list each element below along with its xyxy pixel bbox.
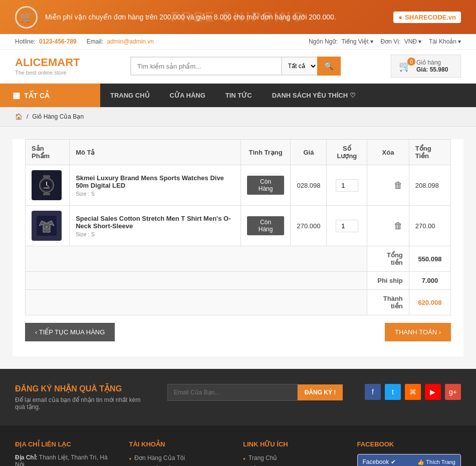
product-desc-cell: Special Sales Cotton Stretch Men T Shirt… xyxy=(70,206,241,246)
footer-col-links: LINK HỮU ÍCH Trang Chủ Cửa Hàng Tin Tức xyxy=(243,440,347,466)
breadcrumb-current: Giỏ Hàng Của Bạn xyxy=(32,113,84,120)
search-category-select[interactable]: Tất cả xyxy=(281,57,317,76)
product-delete-cell: 🗑 xyxy=(367,206,409,246)
footer-newsletter: ĐĂNG KÝ NHẬN QUÀ TẶNG Để lại email của b… xyxy=(0,369,476,425)
fb-header: Facebook ✔ 👍 Thích Trang xyxy=(358,454,461,466)
checkout-button[interactable]: THANH TOÁN › xyxy=(385,323,451,341)
fb-header-label: Facebook ✔ xyxy=(363,458,396,465)
twitter-social-icon[interactable]: t xyxy=(385,384,401,400)
total-value: 550.098 xyxy=(409,246,450,272)
link-home[interactable]: Trang Chủ xyxy=(249,454,278,461)
total-label: Tổng tiền xyxy=(367,246,409,272)
breadcrumb: 🏠 / Giỏ Hàng Của Bạn xyxy=(0,107,476,127)
language-selector[interactable]: Ngôn Ngữ: Tiếng Việt ▾ xyxy=(309,38,373,45)
newsletter-left: ĐĂNG KÝ NHẬN QUÀ TẶNG Để lại email của b… xyxy=(15,384,145,410)
col-status: Tình Trạng xyxy=(241,140,291,165)
col-total: Tổng Tiền xyxy=(409,140,450,165)
delete-button[interactable]: 🗑 xyxy=(394,180,403,191)
footer-account-title: TÀI KHOẢN xyxy=(129,440,233,448)
product-qty-cell xyxy=(327,165,367,206)
list-item: Đơn Hàng Của Tôi xyxy=(129,454,233,461)
search-button[interactable]: 🔍 xyxy=(317,57,341,76)
email-label: Email: admin@admin.vn xyxy=(87,38,154,45)
cart-icon-wrap: 🛒 0 xyxy=(399,60,411,72)
ship-value: 7.000 xyxy=(409,272,450,290)
newsletter-form: ĐĂNG KÝ ! xyxy=(167,384,343,401)
nav-item-news[interactable]: TIN TỨC xyxy=(215,85,262,106)
breadcrumb-home-link[interactable]: 🏠 xyxy=(15,113,23,120)
info-bar-right: Ngôn Ngữ: Tiếng Việt ▾ Đơn Vị: VNĐ ▾ Tài… xyxy=(309,38,461,45)
youtube-social-icon[interactable]: ▶ xyxy=(425,384,441,400)
continue-shopping-button[interactable]: ‹ TIẾP TỤC MUA HÀNG xyxy=(25,323,115,341)
quantity-input[interactable] xyxy=(336,220,358,232)
banner-cart-icon: 🛒 xyxy=(15,6,38,29)
product-desc-cell: Skmei Luxury Brand Mens Sports Watches D… xyxy=(70,165,241,206)
svg-rect-0 xyxy=(43,175,50,178)
product-qty-cell xyxy=(327,206,367,246)
main-content: Sản Phẩm Mô Tả Tình Trạng Giá Số Lượng X… xyxy=(13,139,463,356)
account-menu[interactable]: Tài Khoản ▾ xyxy=(429,38,461,45)
list-item: Trang Chủ xyxy=(243,454,347,461)
product-total-cell: 208.098 xyxy=(409,165,450,206)
footer-col-facebook: FACEBOOK Facebook ✔ 👍 Thích Trang f Face… xyxy=(357,440,461,466)
newsletter-email-input[interactable] xyxy=(167,384,298,401)
newsletter-submit-button[interactable]: ĐĂNG KÝ ! xyxy=(298,384,343,400)
nav-item-home[interactable]: TRANG CHỦ xyxy=(100,85,160,106)
chevron-down-icon: ▾ xyxy=(458,38,461,45)
product-status-cell: Còn Hàng xyxy=(241,165,291,206)
svg-text:SKMEI: SKMEI xyxy=(44,187,50,189)
header: ALICEMART The best online store Tất cả 🔍… xyxy=(0,50,476,84)
cart-actions: ‹ TIẾP TỤC MUA HÀNG THANH TOÁN › xyxy=(25,323,451,341)
cart-badge: 0 xyxy=(407,58,415,66)
col-desc: Mô Tả xyxy=(70,140,241,165)
nav-bar: ▦ TẤT CẢ TRANG CHỦ CỬA HÀNG TIN TỨC DANH… xyxy=(0,84,476,107)
logo[interactable]: ALICEMART The best online store xyxy=(15,56,80,76)
search-bar: Tất cả 🔍 xyxy=(130,57,341,76)
logo-text: SHARECODE.vn xyxy=(405,14,456,21)
product-name: Special Sales Cotton Stretch Men T Shirt… xyxy=(76,215,234,230)
nav-tat-ca-label: TẤT CẢ xyxy=(24,92,50,100)
hotline-label: Hotline: 0123-456-789 xyxy=(15,38,77,45)
footer-account-list: Đơn Hàng Của Tôi Tài Khoản Của Tôi Địa C… xyxy=(129,454,233,466)
rss-social-icon[interactable]: ⌘ xyxy=(405,384,421,400)
delete-button[interactable]: 🗑 xyxy=(394,221,403,231)
chevron-down-icon: ▾ xyxy=(370,38,373,45)
hotline-value: 0123-456-789 xyxy=(39,38,77,45)
currency-selector[interactable]: Đơn Vị: VNĐ ▾ xyxy=(381,38,421,45)
status-button: Còn Hàng xyxy=(247,176,285,195)
nav-item-shop[interactable]: CỬA HÀNG xyxy=(160,85,215,106)
table-header-row: Sản Phẩm Mô Tả Tình Trạng Giá Số Lượng X… xyxy=(26,140,451,165)
quantity-input[interactable] xyxy=(336,179,358,192)
grid-icon: ▦ xyxy=(13,91,20,100)
search-input[interactable] xyxy=(130,57,281,76)
chevron-down-icon: ▾ xyxy=(418,38,421,45)
account-orders-link[interactable]: Đơn Hàng Của Tôi xyxy=(134,454,185,461)
table-row: ⊗ Special Sales Cotton Stretch Men T Shi… xyxy=(26,206,451,246)
product-thumbnail: ⊗ xyxy=(32,211,62,241)
facebook-social-icon[interactable]: f xyxy=(365,384,381,400)
facebook-box: Facebook ✔ 👍 Thích Trang f Facebook ✔ 23… xyxy=(357,454,461,466)
footer-col-account: TÀI KHOẢN Đơn Hàng Của Tôi Tài Khoản Của… xyxy=(129,440,233,466)
nav-tat-ca[interactable]: ▦ TẤT CẢ xyxy=(0,84,100,107)
social-icons: f t ⌘ ▶ g+ xyxy=(365,384,461,400)
summary-final-row: Thành tiền 620.008 xyxy=(26,290,451,315)
product-name: Skmei Luxury Brand Mens Sports Watches D… xyxy=(76,174,234,189)
product-total-cell: 270.00 xyxy=(409,206,450,246)
cart-header[interactable]: 🛒 0 Giỏ hàng Giá: 55.980 xyxy=(391,55,461,78)
spacer xyxy=(25,341,451,356)
email-value: admin@admin.vn xyxy=(107,38,154,45)
newsletter-title: ĐĂNG KÝ NHẬN QUÀ TẶNG xyxy=(15,384,145,393)
status-button: Còn Hàng xyxy=(247,216,285,235)
product-image-cell: SKMEI xyxy=(26,165,70,206)
logo-sub: The best online store xyxy=(15,70,80,76)
table-row: SKMEI Skmei Luxury Brand Mens Sports Wat… xyxy=(26,165,451,206)
footer-facebook-title: FACEBOOK xyxy=(357,440,461,448)
nav-item-wishlist[interactable]: DANH SÁCH YÊU THÍCH ♡ xyxy=(262,85,366,106)
cart-label: Giỏ hàng xyxy=(416,59,448,66)
footer-col-contact: ĐỊA CHỈ LIÊN LẠC Địa Chỉ: Thanh Liệt, Th… xyxy=(15,440,119,466)
breadcrumb-separator: / xyxy=(27,113,28,120)
googleplus-social-icon[interactable]: g+ xyxy=(445,384,461,400)
product-size: Size : S xyxy=(76,191,234,197)
product-image-cell: ⊗ xyxy=(26,206,70,246)
product-delete-cell: 🗑 xyxy=(367,165,409,206)
